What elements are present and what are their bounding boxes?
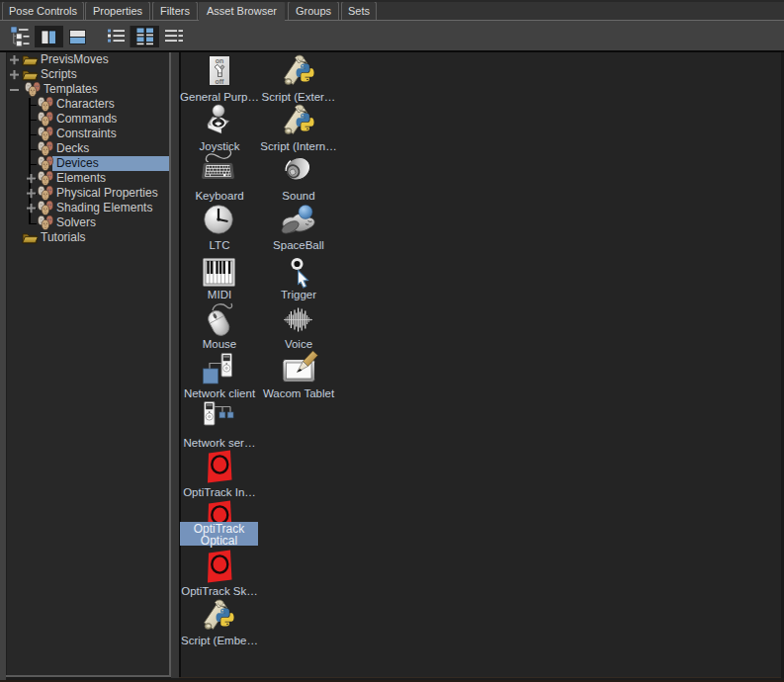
svg-text:off: off [216, 78, 225, 85]
svg-text:on: on [216, 57, 224, 64]
